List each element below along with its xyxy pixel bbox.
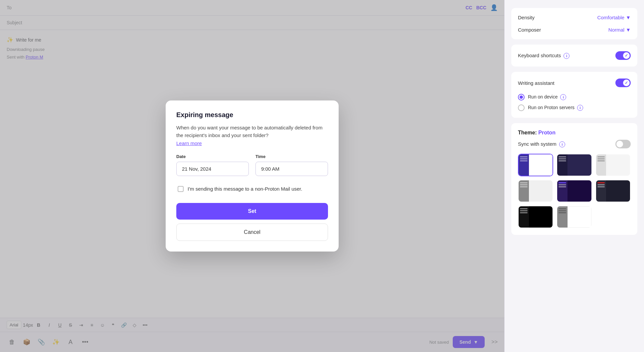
theme-option-light[interactable] (518, 154, 553, 176)
theme-option-mono-light[interactable] (518, 180, 553, 202)
theme-header: Theme: Proton (518, 130, 631, 136)
writing-assistant-card: Writing assistant ✓ Run on device i Run … (511, 72, 637, 118)
keyboard-shortcuts-toggle-knob: ✓ (623, 52, 630, 59)
theme-main-light (529, 154, 553, 176)
density-dropdown-icon: ▼ (626, 15, 631, 20)
density-card: Density Comfortable ▼ Composer Normal ▼ (511, 8, 637, 39)
theme-card: Theme: Proton Sync with system i (511, 123, 637, 235)
non-proton-checkbox-row: I'm sending this message to a non-Proton… (176, 185, 328, 192)
theme-sidebar-black (519, 206, 529, 228)
run-on-device-radio-inner (520, 95, 523, 99)
theme-sidebar-carbon (596, 180, 606, 202)
theme-main-black (529, 206, 553, 228)
datetime-row: Date Time (176, 154, 328, 176)
time-label: Time (255, 154, 328, 159)
theme-grid (518, 154, 631, 228)
writing-assistant-toggle-knob: ✓ (623, 80, 630, 86)
learn-more-link[interactable]: Learn more (176, 140, 202, 146)
theme-main-snow (606, 154, 630, 176)
theme-option-white[interactable] (557, 206, 592, 228)
theme-option-purple-dark[interactable] (557, 180, 592, 202)
theme-value: Proton (538, 130, 556, 135)
writing-assistant-label: Writing assistant (518, 80, 555, 86)
theme-sidebar-mono-light (519, 180, 529, 202)
expiring-message-modal: Expiring message When do you want your m… (166, 100, 339, 252)
theme-sidebar-snow (596, 154, 606, 176)
theme-sidebar-white (557, 206, 567, 228)
density-row: Density Comfortable ▼ (518, 15, 631, 20)
sync-toggle[interactable] (615, 140, 631, 148)
modal-title: Expiring message (176, 111, 328, 119)
run-on-proton-label: Run on Proton servers i (528, 105, 583, 111)
theme-main-mono-light (529, 180, 553, 202)
sync-toggle-knob (616, 141, 623, 147)
keyboard-shortcuts-card: Keyboard shortcuts i ✓ (511, 45, 637, 67)
theme-main-white (567, 206, 591, 228)
theme-main-dark (567, 154, 591, 176)
composer-row: Composer Normal ▼ (518, 27, 631, 33)
theme-sidebar-purple-dark (557, 180, 567, 202)
run-on-device-row: Run on device i (518, 94, 631, 100)
theme-sidebar-light (519, 154, 529, 176)
time-group: Time (255, 154, 328, 176)
theme-option-carbon[interactable] (595, 180, 631, 202)
run-on-proton-row: Run on Proton servers i (518, 104, 631, 111)
keyboard-shortcuts-toggle[interactable]: ✓ (615, 51, 631, 60)
time-input[interactable] (255, 162, 328, 176)
keyboard-shortcuts-row: Keyboard shortcuts i ✓ (518, 51, 631, 60)
theme-sidebar-dark (557, 154, 567, 176)
set-button[interactable]: Set (176, 203, 328, 220)
density-label: Density (518, 15, 535, 20)
keyboard-shortcuts-info-icon[interactable]: i (564, 53, 569, 59)
keyboard-shortcuts-label: Keyboard shortcuts i (518, 53, 569, 59)
sync-label: Sync with system i (518, 141, 565, 147)
theme-main-carbon (606, 180, 630, 202)
cancel-button[interactable]: Cancel (176, 224, 328, 241)
date-input[interactable] (176, 162, 249, 176)
settings-panel: Density Comfortable ▼ Composer Normal ▼ … (504, 0, 644, 352)
modal-overlay: Expiring message When do you want your m… (0, 0, 504, 352)
run-on-device-radio[interactable] (518, 94, 525, 100)
writing-assistant-toggle[interactable]: ✓ (615, 79, 631, 87)
composer-label: Composer (518, 27, 541, 33)
theme-main-purple-dark (567, 180, 591, 202)
theme-option-black[interactable] (518, 206, 553, 228)
non-proton-checkbox[interactable] (178, 186, 184, 192)
theme-option-snow[interactable] (595, 154, 631, 176)
sync-info-icon[interactable]: i (559, 141, 565, 147)
modal-description: When do you want your message to be auto… (176, 124, 328, 139)
date-group: Date (176, 154, 249, 176)
date-label: Date (176, 154, 249, 159)
run-on-proton-radio[interactable] (518, 104, 525, 111)
composer-value[interactable]: Normal ▼ (608, 27, 631, 33)
run-on-device-info-icon[interactable]: i (560, 94, 566, 100)
writing-assistant-row: Writing assistant ✓ (518, 79, 631, 87)
theme-option-dark[interactable] (557, 154, 592, 176)
run-on-device-label: Run on device i (528, 94, 566, 100)
composer-area: To CC BCC 👤 Subject ✨ Write for me Downl… (0, 0, 504, 352)
density-value[interactable]: Comfortable ▼ (597, 15, 631, 20)
non-proton-label: I'm sending this message to a non-Proton… (188, 185, 302, 192)
composer-dropdown-icon: ▼ (626, 27, 631, 33)
sync-row: Sync with system i (518, 140, 631, 148)
run-on-proton-info-icon[interactable]: i (577, 105, 583, 111)
